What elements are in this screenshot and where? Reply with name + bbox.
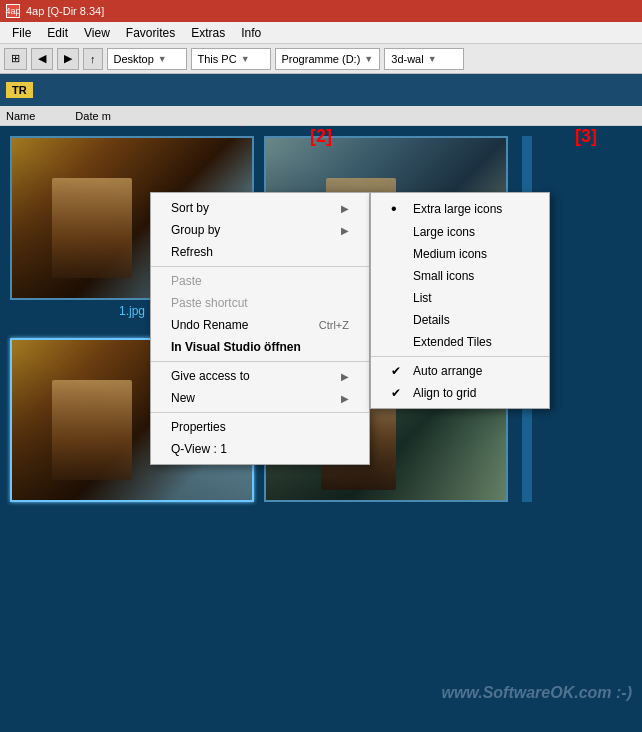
address-programme[interactable]: Programme (D:) ▼ (275, 48, 381, 70)
menu-file[interactable]: File (4, 24, 39, 42)
toolbar-btn-forward[interactable]: ▶ (57, 48, 79, 70)
thumbnails-row2 (0, 338, 642, 512)
thumb-4-img (264, 338, 508, 502)
thumb-1-img (10, 136, 254, 300)
address-desktop[interactable]: Desktop ▼ (107, 48, 187, 70)
menu-edit[interactable]: Edit (39, 24, 76, 42)
address-thispc-arrow: ▼ (241, 54, 250, 64)
address-desktop-label: Desktop (114, 53, 154, 65)
address-thispc-label: This PC (198, 53, 237, 65)
menu-bar: File Edit View Favorites Extras Info (0, 22, 642, 44)
fm-area: TR (0, 74, 642, 106)
toolbar-btn-back[interactable]: ◀ (31, 48, 53, 70)
watermark: www.SoftwareOK.com :-) (441, 684, 632, 702)
col-date[interactable]: Date m (75, 110, 110, 122)
thumb-4[interactable] (264, 338, 508, 502)
address-thispc[interactable]: This PC ▼ (191, 48, 271, 70)
title-bar: 4ap 4ap [Q-Dir 8.34] (0, 0, 642, 22)
address-programme-label: Programme (D:) (282, 53, 361, 65)
address-desktop-arrow: ▼ (158, 54, 167, 64)
fm-label: TR (6, 82, 33, 98)
col-name[interactable]: Name (6, 110, 35, 122)
address-3dwal-label: 3d-wal (391, 53, 423, 65)
toolbar: ⊞ ◀ ▶ ↑ Desktop ▼ This PC ▼ Programme (D… (0, 44, 642, 74)
title-text: 4ap [Q-Dir 8.34] (26, 5, 104, 17)
menu-extras[interactable]: Extras (183, 24, 233, 42)
thumb-3-img (10, 338, 254, 502)
menu-view[interactable]: View (76, 24, 118, 42)
thumbnails-row1: 1.jpg 1b.jpg (0, 126, 642, 328)
menu-info[interactable]: Info (233, 24, 269, 42)
thumb-2-img (264, 136, 508, 300)
thumb-1-label: 1.jpg (119, 304, 145, 318)
address-3dwal-arrow: ▼ (428, 54, 437, 64)
address-programme-arrow: ▼ (364, 54, 373, 64)
thumb-3[interactable] (10, 338, 254, 502)
address-3dwal[interactable]: 3d-wal ▼ (384, 48, 464, 70)
app-icon: 4ap (6, 4, 20, 18)
menu-favorites[interactable]: Favorites (118, 24, 183, 42)
main-content: 1.jpg 1b.jpg (0, 126, 642, 732)
thumb-1[interactable]: 1.jpg (10, 136, 254, 318)
col-headers: Name Date m (0, 106, 642, 126)
thumb-2-label: 1b.jpg (370, 304, 403, 318)
toolbar-btn-grid[interactable]: ⊞ (4, 48, 27, 70)
toolbar-btn-up[interactable]: ↑ (83, 48, 103, 70)
thumb-2[interactable]: 1b.jpg (264, 136, 508, 318)
